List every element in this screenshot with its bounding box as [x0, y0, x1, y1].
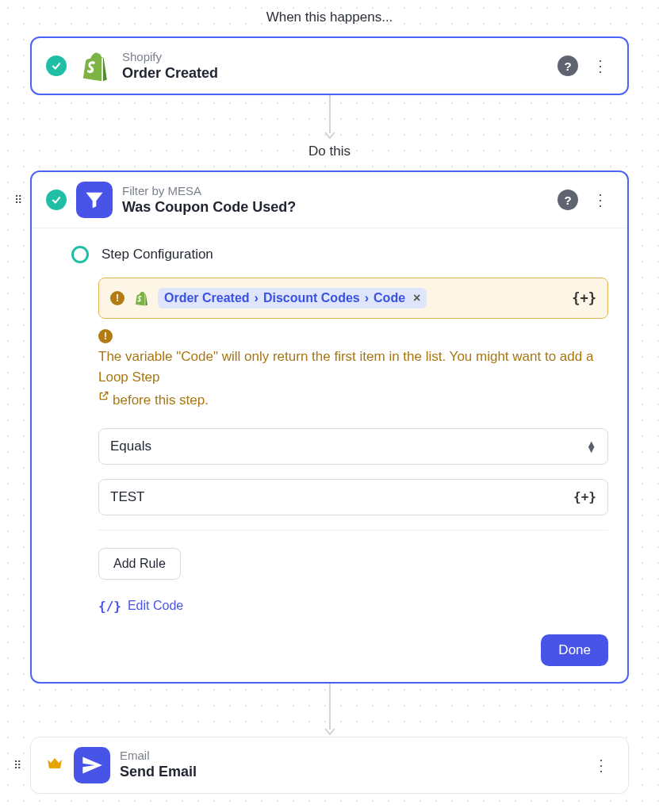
status-check-icon: [46, 190, 67, 210]
step-radio-icon: [71, 246, 89, 263]
chevron-right-icon: ›: [365, 291, 369, 305]
section-label-action: Do this: [0, 144, 659, 159]
trigger-title: Order Created: [122, 64, 548, 82]
trigger-app-label: Shopify: [122, 50, 548, 64]
var-seg: Discount Codes: [263, 291, 360, 305]
warning-text-part2: before this step.: [113, 390, 209, 411]
email-title: Send Email: [120, 763, 579, 781]
status-check-icon: [46, 56, 67, 76]
filter-title: Was Coupon Code Used?: [122, 198, 548, 216]
variable-path-chip[interactable]: Order Created › Discount Codes › Code ×: [158, 288, 427, 308]
filter-app-label: Filter by MESA: [122, 184, 548, 198]
email-titles: Email Send Email: [120, 749, 579, 781]
insert-variable-button[interactable]: {+}: [572, 290, 596, 306]
warning-icon: !: [110, 291, 125, 305]
connector: [0, 95, 659, 140]
value-input[interactable]: TEST {+}: [98, 479, 608, 515]
variable-warning: ! The variable "Code" will only return t…: [98, 327, 608, 411]
step-config-row[interactable]: Step Configuration: [71, 246, 608, 263]
var-seg: Code: [374, 291, 405, 305]
divider: [98, 530, 608, 530]
warning-text-part1: The variable "Code" will only return the…: [98, 347, 608, 387]
chevron-right-icon: ›: [255, 291, 259, 305]
variable-input[interactable]: ! Order Created › Discount Codes › Code …: [98, 278, 608, 319]
shopify-chip-icon: [132, 289, 150, 307]
trigger-card[interactable]: Shopify Order Created ? ⋮: [30, 36, 629, 95]
operator-value: Equals: [110, 439, 586, 454]
edit-code-label: Edit Code: [128, 599, 183, 613]
var-seg: Order Created: [164, 291, 250, 305]
filter-card-header[interactable]: ⠿ Filter by MESA Was Coupon Code Used? ?…: [32, 172, 627, 228]
section-label-trigger: When this happens...: [0, 10, 659, 25]
trigger-titles: Shopify Order Created: [122, 50, 548, 82]
drag-handle-icon[interactable]: ⠿: [13, 759, 21, 772]
remove-variable-icon[interactable]: ×: [413, 291, 420, 305]
code-icon: {/}: [98, 599, 121, 614]
value-text: TEST: [110, 489, 573, 505]
external-link-icon[interactable]: [98, 390, 109, 411]
arrow-down-icon: [324, 131, 336, 140]
insert-variable-button[interactable]: {+}: [573, 489, 596, 504]
more-menu-icon[interactable]: ⋮: [588, 190, 613, 209]
drag-handle-icon[interactable]: ⠿: [14, 193, 22, 206]
warning-icon: !: [98, 329, 113, 343]
email-card[interactable]: ⠿ Email Send Email ⋮: [30, 737, 629, 794]
edit-code-link[interactable]: {/} Edit Code: [98, 599, 608, 614]
add-rule-button[interactable]: Add Rule: [98, 548, 181, 580]
more-menu-icon[interactable]: ⋮: [588, 56, 613, 75]
more-menu-icon[interactable]: ⋮: [588, 756, 614, 775]
done-button[interactable]: Done: [541, 634, 608, 666]
help-icon[interactable]: ?: [557, 190, 578, 210]
arrow-down-icon: [324, 727, 336, 737]
crown-icon: [45, 754, 64, 776]
connector: [0, 684, 659, 737]
operator-select[interactable]: Equals ▲▼: [98, 428, 608, 465]
filter-icon: [76, 182, 113, 218]
shopify-icon: [76, 48, 113, 84]
help-icon[interactable]: ?: [557, 56, 578, 76]
email-icon: [74, 747, 110, 783]
filter-titles: Filter by MESA Was Coupon Code Used?: [122, 184, 548, 216]
email-app-label: Email: [120, 749, 579, 763]
filter-card: ⠿ Filter by MESA Was Coupon Code Used? ?…: [30, 170, 629, 684]
step-config-label: Step Configuration: [102, 247, 213, 262]
select-caret-icon: ▲▼: [586, 441, 596, 452]
